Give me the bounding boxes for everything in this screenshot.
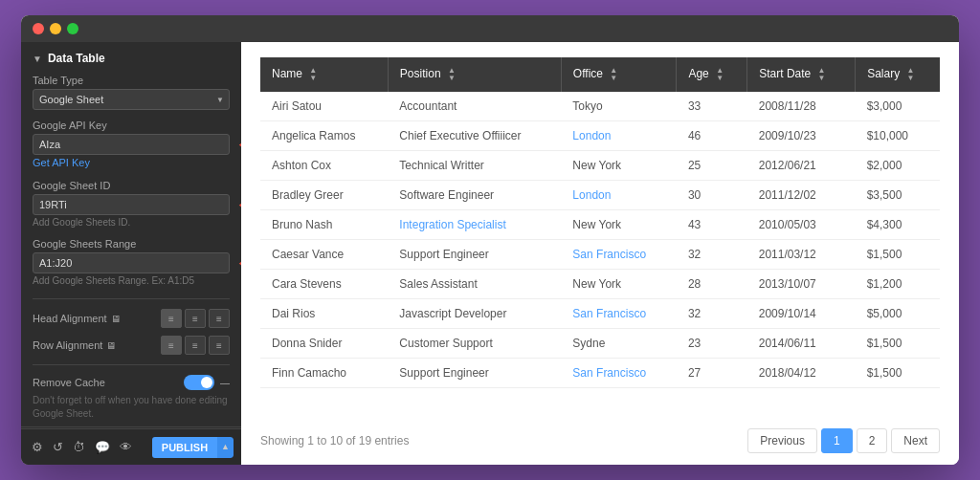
- table-cell: $4,300: [856, 210, 940, 240]
- col-office-sort[interactable]: ▲▼: [610, 67, 617, 82]
- app-window: ▼ Data Table Table Type Google Sheet Goo…: [21, 15, 959, 465]
- table-cell: Javascript Developer: [388, 299, 561, 329]
- col-salary[interactable]: Salary ▲▼: [856, 57, 940, 92]
- col-name[interactable]: Name ▲▼: [260, 57, 388, 92]
- head-align-right-button[interactable]: ≡: [209, 309, 230, 328]
- col-salary-sort[interactable]: ▲▼: [906, 67, 914, 82]
- col-name-label: Name: [272, 67, 302, 80]
- remove-cache-row: Remove Cache —: [21, 371, 241, 394]
- sheets-range-hint: Add Google Sheets Range. Ex: A1:D5: [33, 275, 194, 286]
- cell-link[interactable]: London: [572, 129, 611, 142]
- next-button[interactable]: Next: [891, 428, 940, 453]
- sheet-id-input[interactable]: [33, 194, 230, 215]
- sheet-id-arrow-icon: ←: [235, 195, 241, 215]
- table-cell: 2013/10/07: [747, 270, 856, 299]
- table-row: Ashton CoxTechnical WritterNew York25201…: [260, 151, 940, 181]
- data-table: Name ▲▼ Position ▲▼ Office ▲▼: [260, 57, 940, 388]
- cell-link[interactable]: Integration Specialist: [399, 218, 505, 231]
- sidebar: ▼ Data Table Table Type Google Sheet Goo…: [21, 42, 241, 465]
- table-cell: 27: [677, 359, 747, 388]
- table-cell: 2009/10/14: [747, 299, 856, 329]
- col-age-sort[interactable]: ▲▼: [716, 67, 724, 82]
- maximize-button[interactable]: [67, 23, 78, 34]
- row-align-center-button[interactable]: ≡: [185, 336, 206, 355]
- sheets-range-group: Google Sheets Range ← Add Google Sheets …: [21, 234, 241, 293]
- showing-entries-text: Showing 1 to 10 of 19 entries: [260, 434, 409, 447]
- sheets-range-label: Google Sheets Range: [33, 238, 230, 250]
- eye-icon[interactable]: 👁: [117, 437, 135, 457]
- section-collapse-icon: ▼: [33, 54, 42, 64]
- table-row: Caesar VanceSupport EngineerSan Francisc…: [260, 240, 940, 270]
- table-cell: Angelica Ramos: [260, 121, 388, 151]
- table-cell: New York: [561, 270, 677, 299]
- col-position[interactable]: Position ▲▼: [388, 57, 561, 92]
- cell-link[interactable]: San Francisco: [572, 366, 646, 380]
- row-alignment-buttons: ≡ ≡ ≡: [161, 336, 230, 355]
- history-icon[interactable]: ⏱: [70, 437, 88, 457]
- table-cell: Technical Writter: [388, 151, 561, 181]
- table-cell: 28: [677, 270, 747, 299]
- table-cell: 2014/06/11: [747, 329, 856, 359]
- page-2-button[interactable]: 2: [857, 428, 888, 453]
- col-age-label: Age: [688, 67, 708, 80]
- table-cell: Sales Assistant: [388, 270, 561, 299]
- table-header: Name ▲▼ Position ▲▼ Office ▲▼: [260, 57, 940, 92]
- api-key-input[interactable]: [33, 134, 230, 155]
- api-key-group: Google API Key ← Get API Key: [21, 116, 241, 176]
- gear-icon[interactable]: ⚙: [29, 437, 46, 457]
- remove-cache-status: —: [220, 378, 230, 388]
- col-start-date-sort[interactable]: ▲▼: [818, 67, 826, 82]
- remove-cache-toggle[interactable]: [184, 375, 214, 390]
- head-align-center-button[interactable]: ≡: [185, 309, 206, 328]
- col-age[interactable]: Age ▲▼: [677, 57, 747, 92]
- table-cell: $1,500: [856, 359, 940, 388]
- table-row: Dai RiosJavascript DeveloperSan Francisc…: [260, 299, 940, 329]
- table-cell: 2008/11/28: [747, 92, 856, 121]
- sheets-range-input[interactable]: [33, 252, 230, 273]
- cell-link[interactable]: London: [572, 188, 611, 202]
- head-align-left-button[interactable]: ≡: [161, 309, 182, 328]
- publish-button[interactable]: PUBLISH: [152, 437, 217, 458]
- table-body: Airi SatouAccountantTokyo332008/11/28$3,…: [260, 92, 940, 388]
- content-area: ▼ Data Table Table Type Google Sheet Goo…: [21, 42, 959, 465]
- table-cell: Sydne: [561, 329, 677, 359]
- get-api-key-link[interactable]: Get API Key: [33, 155, 230, 170]
- table-cell: 30: [677, 181, 747, 210]
- table-cell: San Francisco: [561, 359, 677, 388]
- table-cell: Integration Specialist: [388, 210, 561, 240]
- table-cell: Cara Stevens: [260, 270, 388, 299]
- row-align-right-button[interactable]: ≡: [209, 336, 230, 355]
- col-start-date[interactable]: Start Date ▲▼: [747, 57, 856, 92]
- publish-dropdown-button[interactable]: ▲: [217, 437, 234, 458]
- minimize-button[interactable]: [50, 23, 61, 34]
- table-scroll-area[interactable]: Name ▲▼ Position ▲▼ Office ▲▼: [260, 57, 940, 419]
- table-footer: Showing 1 to 10 of 19 entries Previous 1…: [260, 419, 940, 465]
- table-cell: 23: [677, 329, 747, 359]
- table-cell: $1,200: [856, 270, 940, 299]
- divider-2: [33, 364, 230, 365]
- table-cell: $3,000: [856, 92, 940, 121]
- cell-link[interactable]: San Francisco: [572, 248, 646, 261]
- divider-1: [33, 298, 230, 299]
- close-button[interactable]: [33, 23, 44, 34]
- col-office[interactable]: Office ▲▼: [561, 57, 677, 92]
- sheet-id-input-wrapper: ←: [33, 194, 230, 215]
- refresh-icon[interactable]: ↺: [50, 437, 66, 457]
- table-cell: 43: [677, 210, 747, 240]
- sheets-range-arrow-icon: ←: [235, 253, 241, 273]
- row-align-left-button[interactable]: ≡: [161, 336, 182, 355]
- data-table-section-label: Data Table: [48, 52, 105, 65]
- previous-button[interactable]: Previous: [747, 428, 817, 453]
- head-alignment-label: Head Alignment 🖥: [33, 313, 121, 324]
- comment-icon[interactable]: 💬: [92, 437, 113, 457]
- table-row: Donna SniderCustomer SupportSydne232014/…: [260, 329, 940, 359]
- sidebar-toolbar: ⚙ ↺ ⏱ 💬 👁 PUBLISH ▲: [21, 428, 241, 465]
- col-position-sort[interactable]: ▲▼: [448, 67, 456, 82]
- col-name-sort[interactable]: ▲▼: [309, 67, 317, 82]
- table-type-select[interactable]: Google Sheet: [33, 89, 230, 110]
- table-type-group: Table Type Google Sheet: [21, 71, 241, 116]
- cell-link[interactable]: San Francisco: [572, 307, 646, 320]
- page-1-button[interactable]: 1: [821, 428, 853, 453]
- data-table-section-header[interactable]: ▼ Data Table: [21, 42, 241, 71]
- sheet-id-hint: Add Google Sheets ID.: [33, 217, 130, 228]
